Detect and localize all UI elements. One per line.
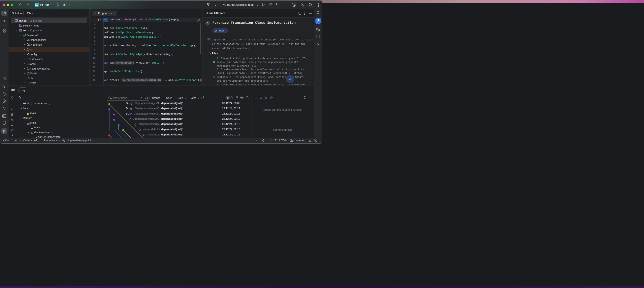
svg-text:C#: C# bbox=[23, 34, 26, 36]
svg-text:C#: C# bbox=[94, 12, 96, 15]
